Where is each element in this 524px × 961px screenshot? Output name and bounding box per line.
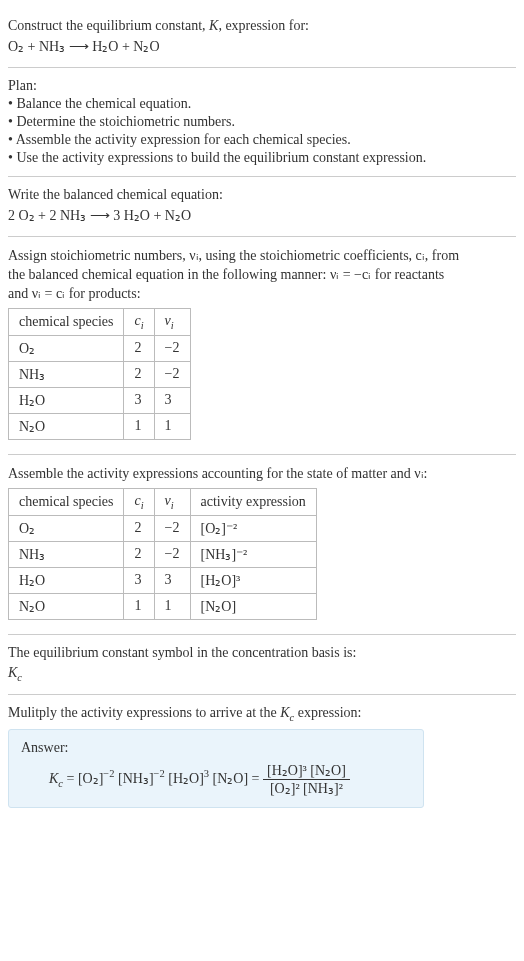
col-species: chemical species — [9, 309, 124, 336]
kc-symbol-label: The equilibrium constant symbol in the c… — [8, 645, 516, 661]
cell-activity: [O₂]⁻² — [190, 515, 316, 541]
activity-table: chemical species ci νi activity expressi… — [8, 488, 317, 620]
cell-species: N₂O — [9, 593, 124, 619]
stoich-intro-1: Assign stoichiometric numbers, νᵢ, using… — [8, 247, 516, 264]
plan-title: Plan: — [8, 78, 516, 94]
multiply-label: Mulitply the activity expressions to arr… — [8, 705, 516, 723]
cell-activity: [NH₃]⁻² — [190, 541, 316, 567]
cell-nui: −2 — [154, 515, 190, 541]
activity-intro: Assemble the activity expressions accoun… — [8, 465, 516, 482]
cell-species: NH₃ — [9, 541, 124, 567]
plan-bullet-4: • Use the activity expressions to build … — [8, 150, 516, 166]
plan-bullet-2: • Determine the stoichiometric numbers. — [8, 114, 516, 130]
section-stoich: Assign stoichiometric numbers, νᵢ, using… — [8, 237, 516, 455]
cell-ci: 2 — [124, 515, 154, 541]
col-ci: ci — [124, 488, 154, 515]
answer-label: Answer: — [21, 740, 411, 756]
cell-species: H₂O — [9, 387, 124, 413]
table-row: NH₃ 2 −2 — [9, 361, 191, 387]
cell-nui: −2 — [154, 335, 190, 361]
cell-nui: 3 — [154, 387, 190, 413]
section-activity: Assemble the activity expressions accoun… — [8, 455, 516, 635]
cell-species: N₂O — [9, 413, 124, 439]
section-balanced: Write the balanced chemical equation: 2 … — [8, 177, 516, 237]
cell-nui: 1 — [154, 593, 190, 619]
answer-equation: Kc = [O₂]−2 [NH₃]−2 [H₂O]3 [N₂O] = [H₂O]… — [21, 762, 411, 797]
cell-nui: 1 — [154, 413, 190, 439]
table-row: N₂O 1 1 [N₂O] — [9, 593, 317, 619]
stoich-table: chemical species ci νi O₂ 2 −2 NH₃ 2 −2 … — [8, 308, 191, 440]
table-row: N₂O 1 1 — [9, 413, 191, 439]
table-row: H₂O 3 3 [H₂O]³ — [9, 567, 317, 593]
construct-line1: Construct the equilibrium constant, K, e… — [8, 18, 516, 34]
answer-denominator: [O₂]² [NH₃]² — [263, 780, 350, 797]
plan-bullet-1: • Balance the chemical equation. — [8, 96, 516, 112]
cell-ci: 1 — [124, 413, 154, 439]
cell-ci: 3 — [124, 567, 154, 593]
cell-activity: [N₂O] — [190, 593, 316, 619]
section-answer: Mulitply the activity expressions to arr… — [8, 695, 516, 816]
cell-ci: 1 — [124, 593, 154, 619]
table-row: O₂ 2 −2 — [9, 335, 191, 361]
cell-species: O₂ — [9, 515, 124, 541]
stoich-intro-3: and νᵢ = cᵢ for products: — [8, 285, 516, 302]
cell-species: H₂O — [9, 567, 124, 593]
cell-ci: 3 — [124, 387, 154, 413]
col-nui: νi — [154, 488, 190, 515]
section-kc-symbol: The equilibrium constant symbol in the c… — [8, 635, 516, 696]
cell-ci: 2 — [124, 541, 154, 567]
plan-bullet-3: • Assemble the activity expression for e… — [8, 132, 516, 148]
cell-ci: 2 — [124, 335, 154, 361]
cell-nui: −2 — [154, 361, 190, 387]
section-plan: Plan: • Balance the chemical equation. •… — [8, 68, 516, 177]
kc-symbol: Kc — [8, 665, 516, 683]
cell-nui: 3 — [154, 567, 190, 593]
balanced-label: Write the balanced chemical equation: — [8, 187, 516, 203]
col-nui: νi — [154, 309, 190, 336]
stoich-intro-2: the balanced chemical equation in the fo… — [8, 266, 516, 283]
col-activity: activity expression — [190, 488, 316, 515]
section-construct: Construct the equilibrium constant, K, e… — [8, 8, 516, 68]
answer-numerator: [H₂O]³ [N₂O] — [263, 762, 350, 780]
table-header-row: chemical species ci νi activity expressi… — [9, 488, 317, 515]
cell-ci: 2 — [124, 361, 154, 387]
table-row: O₂ 2 −2 [O₂]⁻² — [9, 515, 317, 541]
balanced-equation: 2 O₂ + 2 NH₃ ⟶ 3 H₂O + N₂O — [8, 207, 516, 224]
cell-nui: −2 — [154, 541, 190, 567]
table-header-row: chemical species ci νi — [9, 309, 191, 336]
answer-box: Answer: Kc = [O₂]−2 [NH₃]−2 [H₂O]3 [N₂O]… — [8, 729, 424, 808]
table-row: NH₃ 2 −2 [NH₃]⁻² — [9, 541, 317, 567]
col-ci: ci — [124, 309, 154, 336]
cell-species: O₂ — [9, 335, 124, 361]
unbalanced-equation: O₂ + NH₃ ⟶ H₂O + N₂O — [8, 38, 516, 55]
answer-fraction: [H₂O]³ [N₂O] [O₂]² [NH₃]² — [263, 762, 350, 797]
col-species: chemical species — [9, 488, 124, 515]
cell-activity: [H₂O]³ — [190, 567, 316, 593]
table-row: H₂O 3 3 — [9, 387, 191, 413]
cell-species: NH₃ — [9, 361, 124, 387]
